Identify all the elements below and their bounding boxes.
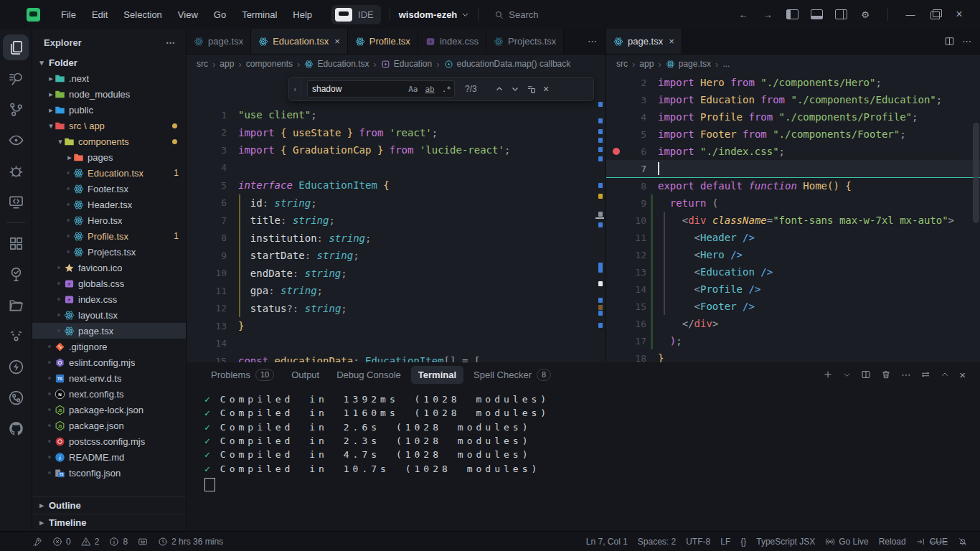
activity-debug[interactable] [3,158,29,184]
panel-tab-debug-console[interactable]: Debug Console [329,366,408,384]
status-bellslash[interactable] [953,537,973,547]
whole-word-icon[interactable]: ab [425,85,435,94]
tree-item-next-env-d-ts[interactable]: TSnext-env.d.ts [32,370,186,386]
code-line-13[interactable]: 13} [187,317,606,334]
code-line-10[interactable]: 10 <div className="font-sans max-w-7xl m… [606,212,980,229]
code-line-7[interactable]: 7 title: string; [187,212,606,229]
profile-menu[interactable]: wisdom-ezeh [399,9,470,20]
tree-item-index-css[interactable]: #index.css [32,291,186,307]
kill-terminal-icon[interactable] [881,369,891,380]
code-line-12[interactable]: 12 status?: string; [187,300,606,317]
tab-page-tsx[interactable]: page.tsx× [606,29,682,54]
tree-item-package-json[interactable]: JSpackage.json [32,418,186,433]
status-[interactable]: {} [735,537,751,547]
code-line-10[interactable]: 10 endDate: string; [187,265,606,282]
tree-item-components[interactable]: ▾components [32,133,186,149]
code-editor-page[interactable]: 2import Hero from "./components/Hero"; 3… [606,72,980,362]
panel-views-icon[interactable] [920,369,930,380]
status-go-live[interactable]: Go Live [820,537,873,547]
activity-source-control[interactable] [3,96,29,122]
tree-item-readme-md[interactable]: iREADME.md [32,449,186,465]
code-line-11[interactable]: 11 <Header /> [606,229,980,246]
tree-item-tsconfig-json[interactable]: TStsconfig.json [32,465,186,481]
status-reload[interactable]: Reload [874,537,911,547]
code-line-15[interactable]: 15const educationData: EducationItem[] =… [187,352,606,362]
breadcrumb-education[interactable]: Education [381,59,432,69]
tab-profile-tsx[interactable]: Profile.tsx [348,29,418,54]
menu-terminal[interactable]: Terminal [234,6,285,23]
menu-file[interactable]: File [53,6,84,23]
global-search[interactable]: Search [494,9,538,20]
tree-item-package-lock-json[interactable]: JSpackage-lock.json [32,402,186,418]
terminal-output[interactable]: ✓Compiled in 1392ms (1028 modules)✓Compi… [187,387,980,491]
activity-explorer[interactable] [3,34,29,60]
status-spaces-2[interactable]: Spaces: 2 [633,537,681,547]
panel-tab-output[interactable]: Output [284,366,326,384]
split-editor-icon[interactable] [944,36,955,47]
tree-item-next-config-ts[interactable]: Nnext.config.ts [32,386,186,402]
breadcrumb-app[interactable]: app [639,59,654,69]
section-timeline[interactable]: ▸Timeline [32,514,186,531]
code-line-8[interactable]: 8 institution: string; [187,230,606,247]
code-line-8[interactable]: 8export default function Home() { [606,177,980,194]
code-line-5[interactable]: 5interface EducationItem { [187,176,606,194]
status-clock[interactable]: 2 hrs 36 mins [153,537,228,547]
window-restore-button[interactable] [924,5,946,24]
code-line-4[interactable]: 4 [187,159,606,176]
explorer-more-actions[interactable]: ⋯ [166,37,176,48]
more-tabs-icon[interactable]: ⋯ [588,36,597,47]
folder-section-header[interactable]: ▾Folder [32,55,186,70]
breadcrumb-page-tsx[interactable]: page.tsx [666,59,711,69]
tree-item-eslint-config-mjs[interactable]: eslint.config.mjs [32,354,186,370]
tree-item-next[interactable]: ▸.next [32,70,186,86]
toggle-secondary-sidebar-button[interactable] [830,5,852,24]
code-line-16[interactable]: 16 </div> [606,315,980,332]
code-line-13[interactable]: 13 <Education /> [606,263,980,281]
ide-badge[interactable]: IDE [331,5,381,24]
terminal-dropdown-icon[interactable] [843,371,851,379]
tree-item-layout-tsx[interactable]: layout.tsx [32,307,186,323]
tree-item-footer-tsx[interactable]: Footer.tsx [32,181,186,197]
code-line-3[interactable]: 3import { GraduationCap } from 'lucide-r… [187,141,606,159]
tree-item-pages[interactable]: ▸pages [32,149,186,165]
code-line-14[interactable]: 14 [187,335,606,352]
activity-eye[interactable] [3,127,29,153]
code-line-7[interactable]: 7 [606,160,980,178]
activity-search[interactable] [3,65,29,91]
split-terminal-icon[interactable] [861,369,871,380]
find-close-button[interactable]: × [543,83,549,95]
code-line-6[interactable]: 6import "./index.css"; [606,143,980,160]
breadcrumb-src[interactable]: src [197,59,208,69]
code-line-18[interactable]: 18} [606,349,980,362]
breadcrumb-educationdata-map-callback[interactable]: educationData.map() callback [444,59,571,69]
close-tab-icon[interactable]: × [334,36,340,47]
new-terminal-icon[interactable] [823,369,833,380]
activity-extensions-grid[interactable] [3,230,29,256]
status-warn[interactable]: 2 [76,537,105,547]
code-line-9[interactable]: 9 startDate: string; [187,247,606,264]
breadcrumb-education-tsx[interactable]: Education.tsx [304,59,369,69]
nav-forward-button[interactable]: → [757,5,778,24]
tab-education-tsx[interactable]: Education.tsx× [251,29,348,54]
tree-item-postcss-config-mjs[interactable]: postcss.config.mjs [32,433,186,449]
breakpoint-icon[interactable] [613,148,620,155]
code-line-4[interactable]: 4import Profile from "./components/Profi… [606,108,980,126]
activity-thunder[interactable] [3,354,29,380]
find-next-button[interactable] [511,85,519,93]
breadcrumb-src[interactable]: src [616,59,628,69]
find-input[interactable] [311,83,401,95]
tree-item-page-tsx[interactable]: page.tsx [32,323,186,339]
tree-item-public[interactable]: ▸public [32,102,186,118]
nav-back-button[interactable]: ← [732,5,754,24]
breadcrumb-[interactable]: ... [722,59,730,69]
section-outline[interactable]: ▸Outline [32,496,186,514]
tree-item-gitignore[interactable]: .gitignore [32,339,186,354]
tree-item-src-app[interactable]: ▾src \ app [32,118,186,133]
code-line-2[interactable]: 2import { useState } from 'react'; [187,124,606,141]
close-tab-icon[interactable]: × [669,36,674,47]
code-line-12[interactable]: 12 <Hero /> [606,246,980,263]
tree-item-favicon-ico[interactable]: favicon.ico [32,260,186,276]
code-line-11[interactable]: 11 gpa: string; [187,282,606,299]
panel-tab-spell-checker[interactable]: Spell Checker8 [466,365,558,385]
tree-item-globals-css[interactable]: #globals.css [32,276,186,291]
